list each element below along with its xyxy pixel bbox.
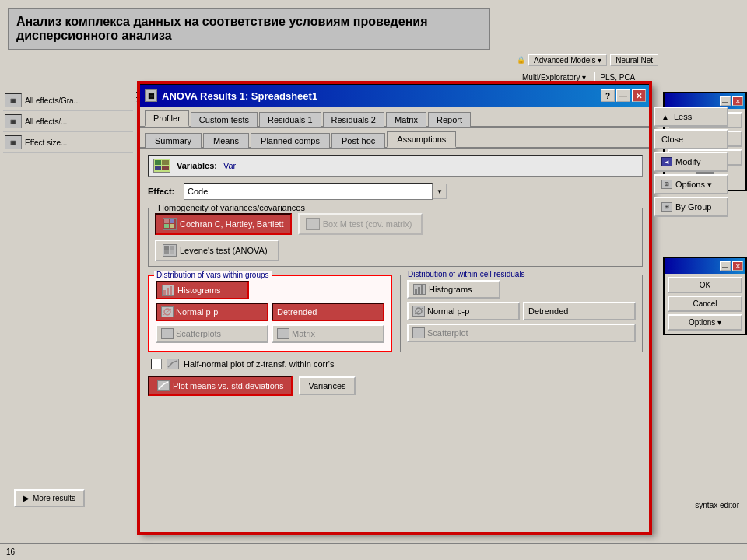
more-results-button[interactable]: ▶ More results [14, 489, 85, 507]
scatterplot-right-icon [412, 327, 425, 338]
histogram-left-button[interactable]: Histograms [156, 281, 249, 299]
advanced-models-button[interactable]: Advanced Models ▾ [528, 54, 607, 66]
normal-pp-left-button[interactable]: Normal p-p [156, 303, 268, 321]
dialog-help-button[interactable]: ? [601, 89, 615, 102]
bg-dialog-2-minimize[interactable]: — [720, 261, 731, 271]
svg-rect-29 [418, 287, 420, 294]
effect-dropdown-arrow[interactable]: ▼ [433, 184, 447, 199]
dist-right-title: Distribution of within-cell residuals [405, 270, 528, 278]
svg-point-22 [167, 332, 169, 334]
tab-assumptions[interactable]: Assumptions [387, 131, 456, 148]
detrended-left-button[interactable]: Detrended [272, 303, 384, 321]
scatterplots-label: Scatterplots [176, 329, 221, 338]
dialog-title: ▦ ANOVA Results 1: Spreadsheet1 [145, 89, 317, 102]
pls-pca-button[interactable]: PLS, PCA [594, 72, 640, 83]
tab-residuals-2[interactable]: Residuals 2 [323, 112, 384, 127]
box-m-label: Box M test (cov. matrix) [323, 219, 412, 229]
plot-means-label: Plot means vs. std.deviations [173, 381, 283, 390]
matrix-button[interactable]: Matrix [272, 324, 384, 343]
modify-button[interactable]: ◄ Modify [654, 152, 728, 172]
levene-label: Levene's test (ANOVA) [180, 246, 268, 255]
bygroup-button[interactable]: ⊞ By Group [654, 197, 728, 217]
levene-button[interactable]: Levene's test (ANOVA) [155, 240, 279, 261]
more-results-arrow: ▶ [23, 494, 30, 502]
bg-dialog-2-close[interactable]: ✕ [732, 261, 743, 271]
tab-post-hoc[interactable]: Post-hoc [331, 133, 385, 148]
svg-point-33 [415, 334, 417, 337]
effect-size-label: Effect size... [25, 138, 67, 147]
detrended-left-label: Detrended [277, 307, 317, 317]
svg-rect-4 [164, 219, 169, 223]
less-button[interactable]: ▲ Less [654, 107, 728, 127]
tab-residuals-1[interactable]: Residuals 1 [259, 112, 321, 127]
effect-select[interactable]: Code [184, 183, 433, 200]
tab-summary[interactable]: Summary [145, 133, 202, 148]
box-m-icon [306, 218, 320, 230]
left-panel-item-1[interactable]: ▦ All effects/Gra... [3, 90, 133, 111]
half-normal-icon [167, 359, 179, 369]
close-button[interactable]: Close [654, 129, 728, 149]
homogeneity-buttons: Cochran C, Hartley, Bartlett Box M test … [155, 213, 636, 235]
left-panel: ▦ All effects/Gra... ▦ All effects/... ▦… [0, 87, 136, 538]
svg-rect-7 [170, 224, 174, 228]
variables-value: Var [223, 161, 236, 170]
svg-rect-27 [283, 334, 288, 338]
plot-means-button[interactable]: Plot means vs. std.deviations [148, 376, 293, 396]
syntax-editor-label: syntax editor [695, 501, 739, 509]
tab-planned-comps[interactable]: Planned comps [251, 133, 330, 148]
half-normal-checkbox[interactable] [151, 359, 162, 369]
dialog-close-button[interactable]: ✕ [632, 89, 646, 102]
neural-net-button[interactable]: Neural Net [610, 54, 658, 66]
variables-icon [153, 159, 170, 173]
bg-dialog-2-ok[interactable]: OK [668, 277, 742, 293]
tab-means[interactable]: Means [203, 133, 249, 148]
svg-rect-12 [164, 246, 169, 250]
left-panel-item-3[interactable]: ▦ Effect size... [3, 132, 133, 153]
scatterplot-right-button[interactable]: Scatterplot [407, 324, 636, 342]
bottom-bar: 16 [0, 543, 747, 560]
histogram-right-label: Histograms [429, 285, 472, 294]
tab-matrix[interactable]: Matrix [386, 112, 426, 127]
normal-pp-right-button[interactable]: Normal p-p [407, 302, 520, 320]
options-button[interactable]: ⊞ Options ▾ [654, 174, 728, 194]
bg-dialog-1-minimize[interactable]: — [720, 96, 731, 106]
levene-icon [163, 244, 177, 257]
effect-row: Effect: Code ▼ [148, 183, 643, 200]
left-panel-item-2[interactable]: ▦ All effects/... [3, 111, 133, 132]
svg-rect-26 [278, 334, 282, 338]
bg-dialog-2-cancel[interactable]: Cancel [668, 296, 742, 312]
tab-report[interactable]: Report [428, 112, 471, 127]
multi-exploratory-button[interactable]: Multi/Exploratory ▾ [517, 72, 591, 83]
homogeneity-title: Homogeneity of variances/covariances [155, 203, 308, 212]
modify-icon: ◄ [661, 157, 672, 166]
dialog-title-text: ANOVA Results 1: Spreadsheet1 [162, 90, 317, 102]
histogram-right-button[interactable]: Histograms [407, 280, 500, 299]
svg-rect-1 [162, 160, 169, 165]
box-m-button[interactable]: Box M test (cov. matrix) [298, 213, 423, 235]
more-results-label: More results [33, 494, 75, 502]
scatterplots-button[interactable]: Scatterplots [156, 324, 268, 343]
cochran-button[interactable]: Cochran C, Hartley, Bartlett [155, 213, 292, 235]
page-title: Анализ комплекса данных на соответствие … [8, 8, 490, 50]
dialog-titlebar: ▦ ANOVA Results 1: Spreadsheet1 ? — ✕ [140, 85, 651, 107]
distribution-row: Distribution of vars within groups Histo… [148, 275, 643, 352]
normal-pp-left-icon [161, 306, 174, 317]
svg-point-35 [421, 330, 423, 332]
dialog-minimize-button[interactable]: — [616, 89, 630, 102]
bygroup-icon: ⊞ [661, 202, 672, 212]
plot-means-icon [157, 380, 170, 391]
svg-rect-25 [283, 329, 288, 333]
svg-rect-2 [155, 166, 161, 170]
svg-rect-15 [170, 250, 174, 254]
bg-dialog-1-close[interactable]: ✕ [732, 96, 743, 106]
syntax-editor-text: syntax editor [695, 501, 739, 509]
svg-rect-28 [415, 289, 417, 294]
dialog-tabs-row2: Summary Means Planned comps Post-hoc Ass… [140, 128, 651, 149]
variances-button[interactable]: Variances [299, 376, 355, 395]
tab-custom-tests[interactable]: Custom tests [191, 112, 258, 127]
levene-row: Levene's test (ANOVA) [155, 240, 636, 261]
tab-profiler[interactable]: Profiler [145, 110, 189, 127]
bg-dialog-2-options[interactable]: Options ▾ [668, 314, 742, 331]
less-label: Less [674, 112, 692, 121]
detrended-right-button[interactable]: Detrended [523, 302, 636, 320]
